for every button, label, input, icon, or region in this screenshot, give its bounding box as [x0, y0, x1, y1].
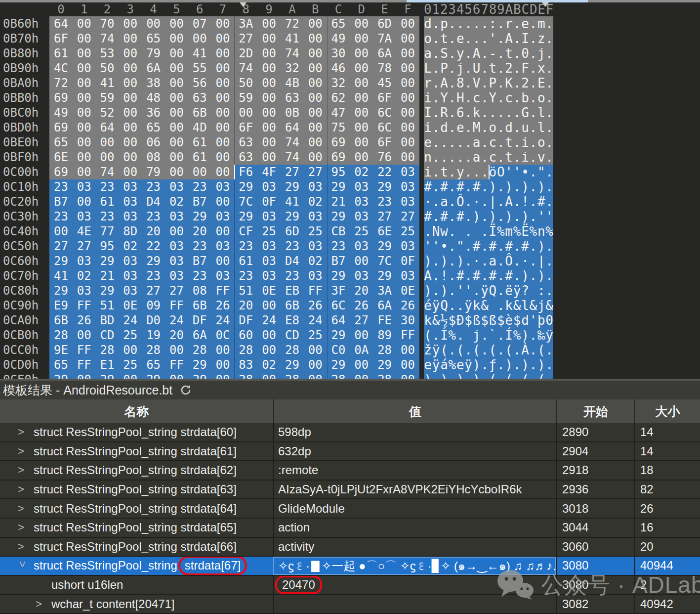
ascii-char[interactable]: . — [481, 150, 489, 165]
hex-byte[interactable]: 02 — [257, 357, 281, 372]
ascii-char[interactable]: ) — [521, 268, 529, 283]
hex-byte[interactable]: 46 — [327, 61, 350, 76]
ascii-char[interactable]: . — [440, 135, 448, 150]
hex-byte[interactable]: 51 — [96, 298, 119, 313]
ascii-char[interactable]: Q — [489, 283, 496, 298]
ascii-char[interactable]: . — [513, 254, 521, 268]
hex-byte[interactable]: 00 — [350, 16, 373, 31]
hex-byte[interactable]: 00 — [396, 105, 419, 120]
hex-byte[interactable]: 00 — [396, 46, 419, 61]
hex-byte[interactable]: 03 — [73, 254, 96, 268]
ascii-char[interactable]: . — [464, 224, 472, 239]
ascii-char[interactable]: l — [537, 120, 545, 135]
hex-byte[interactable]: 03 — [304, 179, 327, 194]
ascii-char[interactable]: . — [481, 31, 489, 46]
hex-byte[interactable]: 00 — [257, 31, 281, 46]
hex-byte[interactable]: 03 — [165, 179, 188, 194]
ascii-char[interactable]: P — [440, 61, 448, 76]
hex-byte[interactable]: 00 — [396, 343, 419, 357]
ascii-char[interactable]: . — [448, 46, 456, 61]
hex-byte[interactable]: 00 — [211, 16, 235, 31]
ascii-char[interactable]: j — [472, 328, 480, 343]
ascii-char[interactable]: ö — [489, 165, 496, 179]
ascii-char[interactable]: c — [472, 90, 480, 105]
hex-byte[interactable]: 74 — [96, 165, 119, 179]
ascii-char[interactable]: # — [537, 194, 545, 209]
ascii-char[interactable]: ÿ — [481, 283, 489, 298]
hex-byte[interactable]: 0E — [119, 298, 142, 313]
hex-byte[interactable]: 03 — [396, 179, 419, 194]
hex-byte[interactable]: 28 — [281, 372, 304, 379]
ascii-char[interactable]: . — [529, 105, 537, 120]
hex-byte[interactable]: 63 — [188, 90, 211, 105]
hex-byte[interactable]: 6A — [373, 298, 396, 313]
ascii-char[interactable]: . — [529, 209, 537, 224]
ascii-char[interactable]: . — [481, 16, 489, 31]
hex-byte[interactable]: 00 — [350, 135, 373, 150]
ascii-char[interactable]: % — [529, 224, 537, 239]
ascii-char[interactable]: . — [545, 254, 553, 268]
ascii-char[interactable]: . — [432, 16, 440, 31]
hex-byte[interactable]: 00 — [165, 31, 188, 46]
hex-byte[interactable]: 41 — [49, 268, 73, 283]
ascii-char[interactable]: ÿ — [464, 357, 472, 372]
ascii-char[interactable]: d — [505, 120, 513, 135]
hex-byte[interactable]: EB — [281, 283, 304, 298]
hex-byte[interactable]: 00 — [304, 76, 327, 90]
hex-byte[interactable]: DF — [234, 313, 257, 328]
hex-byte[interactable]: 6C — [373, 120, 396, 135]
ascii-char[interactable]: . — [464, 31, 472, 46]
template-row[interactable]: >struct ResStringPool_string strdata[62]… — [0, 461, 700, 481]
hex-byte[interactable]: 00 — [119, 150, 142, 165]
hex-byte[interactable]: 00 — [304, 135, 327, 150]
ascii-char[interactable]: . — [448, 254, 456, 268]
hex-byte[interactable]: 77 — [96, 224, 119, 239]
ascii-char[interactable]: t — [505, 135, 513, 150]
hex-byte[interactable]: 02 — [304, 254, 327, 268]
hex-byte[interactable]: 29 — [142, 254, 165, 268]
hex-byte[interactable]: 24 — [257, 313, 281, 328]
hex-byte[interactable]: 07 — [188, 16, 211, 31]
hex-byte[interactable]: 23 — [142, 179, 165, 194]
hex-byte[interactable]: 25 — [350, 224, 373, 239]
ascii-char[interactable]: R — [440, 105, 448, 120]
template-row[interactable]: ushort u16len2047030802 — [0, 576, 700, 595]
ascii-char[interactable]: k — [472, 105, 480, 120]
ascii-char[interactable]: . — [513, 31, 521, 46]
hex-byte[interactable]: 00 — [211, 165, 235, 179]
ascii-char[interactable]: . — [464, 46, 472, 61]
hex-byte[interactable]: 6E — [49, 150, 73, 165]
ascii-char[interactable]: A — [505, 194, 513, 209]
ascii-char[interactable]: . — [448, 76, 456, 90]
ascii-char[interactable]: l — [537, 105, 545, 120]
ascii-char[interactable]: . — [529, 239, 537, 254]
hex-byte[interactable]: E1 — [96, 357, 119, 372]
ascii-char[interactable]: ( — [472, 343, 480, 357]
hex-byte[interactable]: 6C — [373, 105, 396, 120]
hex-byte[interactable]: 03 — [350, 209, 373, 224]
ascii-char[interactable]: a — [472, 150, 480, 165]
ascii-char[interactable]: o — [424, 31, 432, 46]
hex-byte[interactable]: 00 — [119, 31, 142, 46]
ascii-char[interactable]: e — [521, 16, 529, 31]
hex-byte[interactable]: 64 — [49, 16, 73, 31]
ascii-char[interactable]: . — [472, 16, 480, 31]
ascii-char[interactable]: c — [505, 90, 513, 105]
ascii-char[interactable]: . — [424, 224, 432, 239]
ascii-char[interactable]: . — [464, 90, 472, 105]
ascii-char[interactable]: . — [464, 179, 472, 194]
ascii-char[interactable]: . — [529, 90, 537, 105]
hex-byte[interactable]: 29 — [142, 372, 165, 379]
hex-byte[interactable]: 29 — [234, 209, 257, 224]
hex-byte[interactable]: 00 — [73, 372, 96, 379]
hex-byte[interactable]: 02 — [350, 165, 373, 179]
ascii-char[interactable]: . — [481, 194, 489, 209]
hex-byte[interactable]: 65 — [327, 16, 350, 31]
ascii-char[interactable]: ë — [505, 283, 513, 298]
ascii-char[interactable]: # — [489, 239, 496, 254]
ascii-char[interactable]: j — [537, 46, 545, 61]
ascii-char[interactable]: ) — [505, 179, 513, 194]
hex-byte[interactable]: 00 — [396, 76, 419, 90]
hex-byte[interactable]: 52 — [96, 105, 119, 120]
ascii-char[interactable] — [529, 283, 537, 298]
